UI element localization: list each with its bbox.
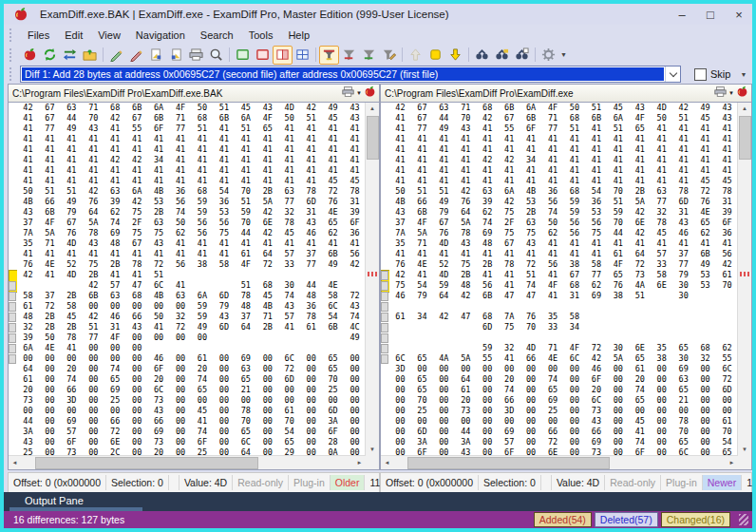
hex-row[interactable]: 41414141414141414141616457376B56	[17, 249, 366, 259]
hex-cell[interactable]: 41	[585, 176, 607, 186]
hex-cell[interactable]: 2B	[61, 291, 83, 301]
hex-row[interactable]: 00000000000000000043004500780061	[389, 416, 738, 427]
hex-cell[interactable]: 74	[542, 374, 564, 385]
scroll-left-arrow-icon[interactable]: ◄	[9, 456, 21, 469]
hex-cell[interactable]: 41	[542, 176, 564, 186]
hex-cell[interactable]: 41	[39, 176, 61, 186]
hex-cell[interactable]	[39, 280, 61, 291]
goto-second-icon[interactable]	[166, 46, 186, 65]
hex-cell[interactable]: 66	[61, 385, 83, 395]
hex-cell[interactable]: 77	[170, 124, 192, 134]
hex-cell[interactable]: 41	[694, 238, 716, 249]
hex-cell[interactable]: 00	[344, 395, 366, 406]
hex-cell[interactable]: 41	[629, 238, 651, 249]
hex-cell[interactable]: 70	[235, 416, 256, 427]
first-file-horizontal-scrollbar[interactable]: ◄►	[9, 455, 366, 469]
hex-cell[interactable]: 49	[433, 197, 455, 207]
hex-cell[interactable]: 53	[520, 197, 542, 207]
hex-cell[interactable]: 6A	[17, 343, 39, 353]
hex-cell[interactable]: 00	[542, 416, 564, 427]
hex-cell[interactable]: 43	[126, 322, 148, 332]
split-view-icon[interactable]	[273, 46, 293, 65]
hex-cell[interactable]: 41	[17, 134, 39, 144]
show-second-pane-icon[interactable]	[253, 46, 273, 65]
hex-cell[interactable]: 51	[564, 124, 586, 134]
print-icon[interactable]	[186, 46, 206, 65]
hex-cell[interactable]: 41	[520, 249, 542, 259]
hex-row[interactable]: 3D00000000000000004600610069006C	[389, 364, 738, 374]
hex-cell[interactable]: 42	[477, 155, 499, 165]
hex-cell[interactable]: 43	[455, 124, 477, 134]
hex-cell[interactable]: 72	[104, 427, 126, 437]
hex-cell[interactable]: 32	[170, 312, 192, 322]
hex-cell[interactable]	[213, 343, 235, 353]
hex-cell[interactable]	[235, 332, 256, 343]
hex-cell[interactable]: 32	[651, 207, 672, 218]
hex-cell[interactable]	[455, 322, 477, 332]
hex-cell[interactable]: 75	[585, 228, 607, 238]
hex-cell[interactable]: 72	[344, 291, 366, 301]
hex-cell[interactable]: 41	[607, 176, 629, 186]
hex-cell[interactable]: 54	[278, 427, 300, 437]
hex-row[interactable]: 6100740065002000740065006D007000	[17, 374, 366, 385]
hex-cell[interactable]: 00	[520, 364, 542, 374]
hex-cell[interactable]: 77	[411, 124, 433, 134]
hex-cell[interactable]: 77	[278, 197, 300, 207]
hex-cell[interactable]: 41	[322, 155, 344, 165]
hex-cell[interactable]: 4E	[39, 343, 61, 353]
hex-cell[interactable]: 76	[389, 259, 411, 270]
hex-cell[interactable]: 41	[300, 176, 322, 186]
hex-cell[interactable]: 49	[433, 124, 455, 134]
hex-cell[interactable]: 30	[672, 353, 694, 364]
hex-cell[interactable]: 63	[104, 186, 126, 197]
hex-cell[interactable]: 00	[520, 374, 542, 385]
hex-cell[interactable]	[213, 270, 235, 280]
hex-cell[interactable]: 6E	[651, 280, 672, 291]
hex-cell[interactable]: 41	[170, 134, 192, 144]
hex-cell[interactable]: 00	[607, 427, 629, 437]
hex-cell[interactable]: 31	[344, 197, 366, 207]
hex-cell[interactable]: 00	[477, 437, 499, 447]
hex-cell[interactable]: 50	[564, 103, 586, 113]
hex-cell[interactable]: 41	[651, 238, 672, 249]
hex-cell[interactable]: 41	[629, 427, 651, 437]
hex-cell[interactable]: 21	[235, 385, 256, 395]
hex-cell[interactable]: 47	[520, 291, 542, 301]
hex-cell[interactable]: 54	[716, 437, 738, 447]
hex-cell[interactable]	[542, 301, 564, 312]
hex-row[interactable]: 41414141414141414141414141414141	[389, 144, 738, 155]
hex-cell[interactable]: 32	[499, 343, 520, 353]
hex-cell[interactable]: 41	[148, 249, 170, 259]
hex-cell[interactable]: 73	[17, 395, 39, 406]
find-next-icon[interactable]	[492, 46, 512, 65]
hex-cell[interactable]: 63	[651, 186, 672, 197]
hex-cell[interactable]: 69	[585, 437, 607, 447]
hex-cell[interactable]: 70	[322, 374, 344, 385]
hex-cell[interactable]: 00	[61, 406, 83, 416]
hex-cell[interactable]: 4F	[170, 103, 192, 113]
hex-cell[interactable]: 41	[389, 155, 411, 165]
hex-cell[interactable]: 4D	[61, 238, 83, 249]
hex-cell[interactable]	[694, 312, 716, 322]
hex-cell[interactable]: 64	[17, 364, 39, 374]
hex-cell[interactable]: 00	[300, 385, 322, 395]
hex-cell[interactable]	[411, 332, 433, 343]
hex-cell[interactable]: 41	[672, 155, 694, 165]
hex-cell[interactable]: 78	[83, 228, 104, 238]
hex-cell[interactable]: 6D	[213, 291, 235, 301]
hex-cell[interactable]: 00	[694, 364, 716, 374]
hex-cell[interactable]: 00	[278, 385, 300, 395]
hex-cell[interactable]: 41	[39, 165, 61, 176]
hex-cell[interactable]: 41	[716, 165, 738, 176]
hex-cell[interactable]: 00	[300, 374, 322, 385]
hex-cell[interactable]: 41	[322, 144, 344, 155]
hex-cell[interactable]: 2B	[256, 186, 278, 197]
hex-cell[interactable]: 41	[278, 322, 300, 332]
hex-cell[interactable]	[322, 343, 344, 353]
hex-cell[interactable]: 68	[477, 312, 499, 322]
hex-cell[interactable]: 41	[389, 249, 411, 259]
hex-cell[interactable]: 41	[235, 134, 256, 144]
hex-cell[interactable]: 2B	[104, 259, 126, 270]
hex-cell[interactable]: 6C	[716, 364, 738, 374]
hex-cell[interactable]: 66	[39, 197, 61, 207]
